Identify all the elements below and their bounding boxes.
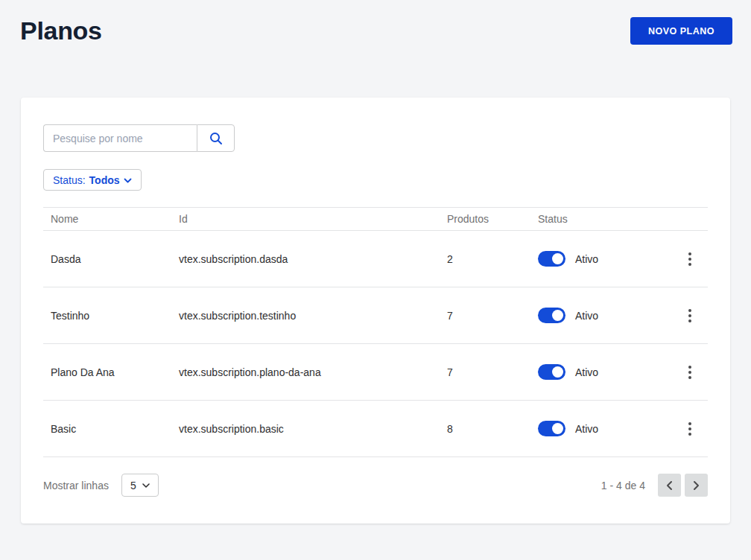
search-group bbox=[43, 124, 235, 152]
novo-plano-button[interactable]: NOVO PLANO bbox=[630, 17, 732, 45]
table-row[interactable]: Testinho vtex.subscription.testinho 7 At… bbox=[43, 287, 708, 344]
table-header-row: Nome Id Produtos Status bbox=[43, 207, 708, 231]
rows-per-page-label: Mostrar linhas bbox=[43, 480, 109, 491]
plan-status-cell: Ativo bbox=[530, 251, 665, 267]
plan-products-count: 7 bbox=[440, 310, 530, 322]
page-title: Planos bbox=[20, 16, 102, 45]
prev-page-button[interactable] bbox=[658, 474, 681, 497]
toggle-knob bbox=[552, 310, 563, 321]
plan-actions-cell bbox=[665, 248, 708, 270]
toggle-knob bbox=[552, 423, 563, 434]
plan-actions-cell bbox=[665, 305, 708, 327]
pagination-range: 1 - 4 de 4 bbox=[601, 480, 645, 491]
status-filter-value: Todos bbox=[89, 174, 120, 186]
column-header-status: Status bbox=[530, 213, 665, 225]
status-label: Ativo bbox=[575, 366, 598, 378]
plan-id: vtex.subscription.testinho bbox=[171, 310, 440, 322]
plan-id: vtex.subscription.plano-da-ana bbox=[171, 366, 440, 378]
status-label: Ativo bbox=[575, 423, 598, 435]
plan-name: Testinho bbox=[43, 310, 171, 322]
plan-products-count: 8 bbox=[440, 423, 530, 435]
chevron-left-icon bbox=[666, 480, 673, 491]
status-toggle[interactable] bbox=[538, 364, 565, 380]
search-icon bbox=[209, 132, 223, 145]
search-button[interactable] bbox=[197, 124, 235, 152]
plan-name: Plano Da Ana bbox=[43, 366, 171, 378]
rows-per-page-value: 5 bbox=[130, 480, 136, 491]
status-label: Ativo bbox=[575, 310, 598, 322]
toggle-knob bbox=[552, 253, 563, 264]
row-actions-kebab-icon[interactable] bbox=[681, 418, 699, 440]
plan-status-cell: Ativo bbox=[530, 421, 665, 436]
row-actions-kebab-icon[interactable] bbox=[681, 361, 699, 384]
status-filter-label: Status: bbox=[53, 174, 86, 186]
plan-products-count: 7 bbox=[440, 366, 530, 378]
status-filter[interactable]: Status: Todos bbox=[43, 169, 142, 191]
status-toggle[interactable] bbox=[538, 308, 565, 323]
status-toggle[interactable] bbox=[538, 251, 565, 267]
status-label: Ativo bbox=[575, 253, 598, 265]
plan-id: vtex.subscription.basic bbox=[171, 423, 440, 435]
next-page-button[interactable] bbox=[685, 474, 708, 497]
plan-status-cell: Ativo bbox=[530, 308, 665, 323]
search-input[interactable] bbox=[43, 124, 197, 152]
table-row[interactable]: Dasda vtex.subscription.dasda 2 Ativo bbox=[43, 231, 708, 287]
row-actions-kebab-icon[interactable] bbox=[681, 305, 699, 327]
topbar: Planos NOVO PLANO bbox=[0, 0, 751, 45]
table-footer: Mostrar linhas 5 1 - 4 de 4 bbox=[43, 457, 708, 497]
column-header-id: Id bbox=[171, 213, 440, 225]
chevron-down-icon bbox=[142, 483, 150, 488]
plan-actions-cell bbox=[665, 418, 708, 440]
toggle-knob bbox=[552, 366, 563, 378]
rows-per-page-select[interactable]: 5 bbox=[121, 474, 159, 497]
row-actions-kebab-icon[interactable] bbox=[681, 248, 699, 270]
plan-products-count: 2 bbox=[440, 253, 530, 265]
plan-id: vtex.subscription.dasda bbox=[171, 253, 440, 265]
plans-card: Status: Todos Nome Id Produtos Status Da… bbox=[21, 98, 730, 524]
chevron-down-icon bbox=[124, 178, 132, 183]
column-header-nome: Nome bbox=[43, 213, 171, 225]
plan-actions-cell bbox=[665, 361, 708, 384]
column-header-produtos: Produtos bbox=[440, 213, 530, 225]
status-toggle[interactable] bbox=[538, 421, 565, 436]
chevron-right-icon bbox=[693, 480, 700, 491]
plan-status-cell: Ativo bbox=[530, 364, 665, 380]
table-row[interactable]: Basic vtex.subscription.basic 8 Ativo bbox=[43, 401, 708, 457]
table-row[interactable]: Plano Da Ana vtex.subscription.plano-da-… bbox=[43, 344, 708, 401]
plan-name: Basic bbox=[43, 423, 171, 435]
plans-table: Nome Id Produtos Status Dasda vtex.subsc… bbox=[43, 207, 708, 457]
plan-name: Dasda bbox=[43, 253, 171, 265]
